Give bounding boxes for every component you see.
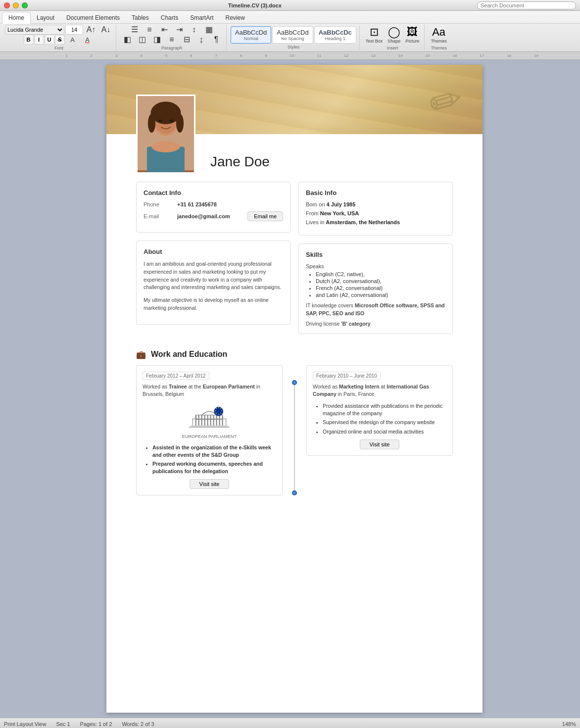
visit-site-btn-1[interactable]: Visit site <box>190 479 229 489</box>
style-nospacing-name: No Spacing <box>281 36 304 41</box>
styles-row: AaBbCcDd Normal AaBbCcDd No Spacing AaBb… <box>231 26 356 44</box>
svg-point-25 <box>221 410 222 411</box>
tab-smartart[interactable]: SmartArt <box>184 12 219 23</box>
para-row-2: ◧ ◫ ◨ ≡ ⊟ ↨ ¶ <box>120 35 223 45</box>
style-nospacing[interactable]: AaBbCcDd No Spacing <box>272 26 313 44</box>
svg-rect-17 <box>210 415 211 427</box>
visit-site-btn-2[interactable]: Visit site <box>360 439 399 449</box>
lang-1: English (C2, native), <box>316 271 445 277</box>
themes-label: Themes <box>431 39 447 44</box>
tab-home[interactable]: Home <box>2 12 31 24</box>
borders-btn[interactable]: ▦ <box>202 25 216 35</box>
themes-row: Aa Themes <box>429 25 449 45</box>
work-bullet-2-0: Provided assistance with publications in… <box>323 402 446 417</box>
tab-review[interactable]: Review <box>219 12 250 23</box>
textbox-btn[interactable]: ⊡ Text Box <box>364 25 385 45</box>
work-entry-1: February 2012 – April 2012 Worked as Tra… <box>136 365 283 495</box>
themes-icon: Aa <box>432 26 445 39</box>
tab-charts[interactable]: Charts <box>155 12 184 23</box>
sort-btn[interactable]: ↨ <box>194 35 208 45</box>
font-decrease-btn[interactable]: A↓ <box>99 25 113 35</box>
font-increase-btn[interactable]: A↑ <box>84 25 98 35</box>
search-input[interactable] <box>477 1 576 9</box>
timeline-connector <box>290 365 298 495</box>
close-btn[interactable] <box>4 2 10 8</box>
shape-label: Shape <box>387 39 400 44</box>
style-normal-name: Normal <box>244 36 258 41</box>
toolbar: Home Layout Document Elements Tables Cha… <box>0 11 580 52</box>
driving-prefix: Driving license <box>306 321 339 327</box>
underline-button[interactable]: U <box>45 35 54 45</box>
paragraph-group-label: Paragraph <box>161 46 182 50</box>
minimize-btn[interactable] <box>13 2 19 8</box>
font-size-input[interactable] <box>65 25 83 35</box>
indent-increase-btn[interactable]: ⇥ <box>172 25 186 35</box>
window-controls <box>4 2 28 8</box>
justify-btn[interactable]: ≡ <box>165 35 179 45</box>
email-button[interactable]: Email me <box>247 211 283 221</box>
work-header: 💼 Work and Education <box>136 350 453 359</box>
col-info: Basic Info Born on 4 July 1985 From New … <box>298 182 453 342</box>
font-row-1: Lucida Grande A↑ A↓ <box>5 25 113 35</box>
tab-document-elements[interactable]: Document Elements <box>60 12 126 23</box>
highlight-btn[interactable]: A <box>66 35 80 45</box>
col-contact: Contact Info Phone +31 61 2345678 E-mail… <box>136 182 290 342</box>
bullet-list-btn[interactable]: ☰ <box>128 25 142 35</box>
maximize-btn[interactable] <box>22 2 28 8</box>
styles-group: AaBbCcDd Normal AaBbCcDd No Spacing AaBb… <box>228 25 360 50</box>
work-connector-2: at <box>381 384 386 389</box>
svg-rect-32 <box>189 427 230 428</box>
line-spacing-btn[interactable]: ↕ <box>187 25 201 35</box>
themes-btn[interactable]: Aa Themes <box>429 25 449 45</box>
svg-rect-21 <box>222 415 223 427</box>
work-location-prefix-2: in <box>338 391 342 397</box>
work-bullets-1: Assisted in the organization of the e-Sk… <box>152 444 276 475</box>
driving-row: Driving license 'B' category <box>306 321 445 327</box>
lang-2: Dutch (A2, conversational), <box>316 278 445 284</box>
pages-label: Pages: <box>80 721 97 727</box>
speaks-label: Speaks <box>306 263 445 269</box>
align-center-btn[interactable]: ◫ <box>135 35 149 45</box>
insert-group-label: Insert <box>387 46 398 50</box>
work-title: Work and Education <box>151 350 227 359</box>
indent-decrease-btn[interactable]: ⇤ <box>157 25 171 35</box>
work-timeline: February 2012 – April 2012 Worked as Tra… <box>136 365 453 495</box>
align-left-btn[interactable]: ◧ <box>120 35 134 45</box>
shape-btn[interactable]: ◯ Shape <box>386 25 402 45</box>
bold-button[interactable]: B <box>24 35 34 45</box>
profile-name: Jane Doe <box>210 154 270 174</box>
work-desc-prefix-2: Worked as <box>313 384 338 389</box>
work-box-1: February 2012 – April 2012 Worked as Tra… <box>136 365 283 495</box>
insert-group: ⊡ Text Box ◯ Shape 🖼 Picture Insert <box>361 25 425 50</box>
style-normal[interactable]: AaBbCcDd Normal <box>231 26 271 44</box>
from-row: From New York, USA <box>306 210 445 216</box>
from-label: From <box>306 210 319 216</box>
align-right-btn[interactable]: ◨ <box>150 35 164 45</box>
italic-button[interactable]: I <box>34 35 44 45</box>
style-heading1-preview: AaBbCcDc <box>319 29 352 36</box>
numbered-list-btn[interactable]: ≡ <box>143 25 156 35</box>
work-entry-2: February 2010 – June 2010 Worked as Mark… <box>306 365 453 495</box>
font-family-select[interactable]: Lucida Grande <box>5 25 64 35</box>
about-title: About <box>144 248 283 255</box>
picture-btn[interactable]: 🖼 Picture <box>403 25 421 45</box>
show-para-btn[interactable]: ¶ <box>209 35 223 45</box>
work-role-2: Marketing Intern <box>339 384 380 389</box>
column-btn[interactable]: ⊟ <box>180 35 193 45</box>
tab-layout[interactable]: Layout <box>31 12 60 23</box>
ep-logo-text: EUROPEAN PARLIAMENT <box>143 434 276 439</box>
themes-group: Aa Themes Themes <box>426 25 452 50</box>
section-num: 1 <box>67 721 70 727</box>
it-skills-note: IT knowledge covers Microsoft Office sof… <box>306 302 445 318</box>
lives-value: Amsterdam, the Netherlands <box>326 219 400 225</box>
strikethrough-button[interactable]: S̶ <box>55 35 65 45</box>
doc-canvas[interactable]: ✏ <box>9 60 580 718</box>
toolbar-controls: Lucida Grande A↑ A↓ B I U S̶ A A Font <box>0 24 580 51</box>
svg-rect-18 <box>213 415 214 427</box>
shape-icon: ◯ <box>388 26 400 39</box>
style-heading1[interactable]: AaBbCcDc Heading 1 <box>314 26 356 44</box>
tab-tables[interactable]: Tables <box>126 12 155 23</box>
phone-value: +31 61 2345678 <box>177 201 217 207</box>
phone-label: Phone <box>144 201 173 207</box>
text-color-btn[interactable]: A <box>81 35 95 45</box>
